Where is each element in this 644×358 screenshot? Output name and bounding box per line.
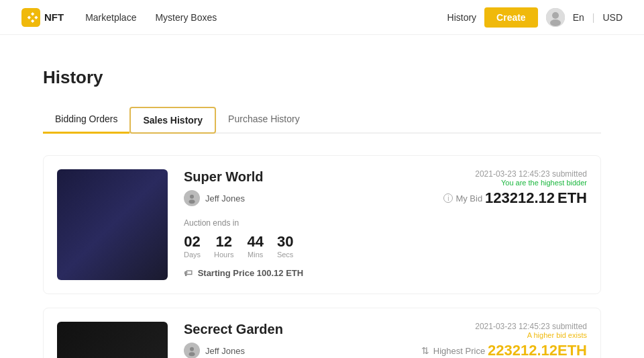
card-right-secret-garden: 2021-03-23 12:45:23 submitted A higher b… [421, 322, 587, 358]
author-avatar-super-world [184, 190, 200, 206]
svg-point-6 [189, 199, 195, 204]
card-super-world: Super World Jeff Jones Auction ends in 0… [43, 155, 601, 294]
highest-label-secret-garden: Highest Price [433, 346, 485, 356]
starting-price-label: Starting Price [198, 268, 255, 278]
bid-currency-super-world: ETH [557, 189, 587, 207]
page-content: History Bidding Orders Sales History Pur… [0, 35, 644, 358]
tab-purchase-history[interactable]: Purchase History [216, 107, 312, 134]
card-body-secret-garden: Secrect Garden Jeff Jones Auction ends i… [184, 322, 587, 358]
nav-right: History Create En | USD [447, 7, 623, 28]
timer-hours-super-world: 12 Hours [214, 234, 233, 259]
nav-divider: | [592, 12, 595, 23]
price-icon-secret-garden: ⇅ [421, 345, 429, 356]
bid-amount-super-world: 123212.12 [485, 189, 555, 207]
tabs-container: Bidding Orders Sales History Purchase Hi… [43, 107, 601, 134]
card-timestamp-secret-garden: 2021-03-23 12:45:23 submitted [421, 322, 587, 331]
logo-text: NFT [44, 11, 64, 23]
nav-left: NFT Marketplace Mystery Boxes [21, 8, 217, 27]
highest-price-row: ⇅ Highest Price 223212.12 ETH [421, 342, 587, 358]
timer-secs-super-world: 30 Secs [277, 234, 293, 259]
card-left: Super World Jeff Jones Auction ends in 0… [184, 169, 303, 278]
create-button[interactable]: Create [484, 7, 538, 28]
nav-lang[interactable]: En [573, 12, 584, 23]
card-meta-secret-garden: Jeff Jones [184, 343, 293, 358]
card-secret-garden: Secrect Garden Jeff Jones Auction ends i… [43, 308, 601, 358]
page-title: History [43, 67, 601, 88]
card-right-super-world: 2021-03-23 12:45:23 submitted You are th… [443, 169, 587, 207]
nav-links: Marketplace Mystery Boxes [85, 12, 217, 23]
card-header-secret-garden: Secrect Garden Jeff Jones Auction ends i… [184, 322, 587, 358]
card-timestamp-super-world: 2021-03-23 12:45:23 submitted [443, 169, 587, 179]
card-image-super-world [57, 169, 168, 280]
card-header-super-world: Super World Jeff Jones Auction ends in 0… [184, 169, 587, 278]
author-avatar-secret-garden [184, 343, 200, 358]
timer-super-world: 02 Days 12 Hours 44 Mins 30 [184, 234, 303, 259]
author-name-super-world: Jeff Jones [205, 193, 245, 204]
nav-link-marketplace[interactable]: Marketplace [85, 12, 136, 23]
timer-days-super-world: 02 Days [184, 234, 201, 259]
tab-bidding-orders[interactable]: Bidding Orders [43, 107, 129, 134]
svg-point-9 [189, 352, 195, 356]
info-icon: i [443, 193, 453, 203]
card-status-badge-secret-garden: A higher bid exists [421, 331, 587, 339]
card-title-secret-garden: Secrect Garden [184, 322, 293, 337]
author-name-secret-garden: Jeff Jones [205, 346, 245, 356]
binance-nft-logo-icon [21, 8, 40, 27]
nav-currency[interactable]: USD [602, 12, 623, 23]
highest-currency-secret-garden: ETH [557, 342, 587, 358]
card-meta-super-world: Jeff Jones [184, 190, 303, 206]
tab-sales-history[interactable]: Sales History [129, 107, 216, 134]
auction-label-super-world: Auction ends in [184, 218, 303, 228]
card-left-secret-garden: Secrect Garden Jeff Jones Auction ends i… [184, 322, 293, 358]
card-title-super-world: Super World [184, 169, 303, 185]
nav-link-mystery-boxes[interactable]: Mystery Boxes [155, 12, 217, 23]
card-image-secret-garden [57, 322, 168, 358]
card-body-super-world: Super World Jeff Jones Auction ends in 0… [184, 169, 587, 278]
svg-point-5 [190, 195, 194, 199]
timer-mins-super-world: 44 Mins [247, 234, 263, 259]
starting-price-super-world: 🏷 Starting Price 100.12 ETH [184, 268, 303, 278]
svg-point-3 [550, 19, 561, 26]
bid-row-super-world: i My Bid 123212.12 ETH [443, 189, 587, 207]
nav-history-link[interactable]: History [447, 12, 477, 23]
highest-amount-secret-garden: 223212.12 [488, 342, 557, 358]
nav-logo[interactable]: NFT [21, 8, 64, 27]
svg-point-8 [190, 347, 194, 351]
bid-label-super-world: My Bid [455, 193, 482, 204]
avatar[interactable] [546, 8, 565, 27]
svg-point-2 [552, 12, 559, 19]
starting-price-value: 100.12 ETH [257, 268, 303, 278]
card-status-badge-super-world: You are the highest bidder [443, 179, 587, 187]
tag-icon: 🏷 [184, 268, 193, 278]
navbar: NFT Marketplace Mystery Boxes History Cr… [0, 0, 644, 35]
